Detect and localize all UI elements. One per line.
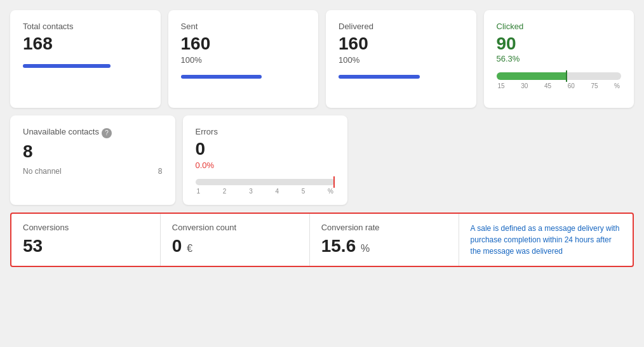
conversion-count-unit: € xyxy=(187,243,192,254)
delivered-percent: 100% xyxy=(339,55,464,65)
conversion-count-cell: Conversion count 0 € xyxy=(161,214,310,266)
spacer xyxy=(355,115,634,205)
delivered-value: 160 xyxy=(339,34,464,54)
conversion-info-before: A sale is defined as a message delivery … xyxy=(471,224,620,244)
top-row: Total contacts 168 Sent 160 100% Deliver… xyxy=(10,10,634,108)
errors-percent: 0.0% xyxy=(196,160,335,170)
conversion-rate-cell: Conversion rate 15.6 % xyxy=(310,214,459,266)
errors-label-4: 4 xyxy=(275,188,279,195)
conversion-rate-value: 15.6 % xyxy=(321,236,447,256)
errors-value: 0 xyxy=(196,139,335,159)
conversions-label: Conversions xyxy=(23,223,149,232)
clicked-bar-label-60: 60 xyxy=(568,82,575,89)
conversion-count-value: 0 € xyxy=(172,236,298,256)
second-row: Unavailable contacts ? 8 No channel 8 Er… xyxy=(10,115,634,205)
sent-label: Sent xyxy=(181,22,306,31)
sent-percent: 100% xyxy=(181,55,306,65)
clicked-bar-label-45: 45 xyxy=(544,82,551,89)
conversions-cell: Conversions 53 xyxy=(11,214,161,266)
dashboard: Total contacts 168 Sent 160 100% Deliver… xyxy=(10,10,634,267)
clicked-bar-chart: 15 30 45 60 75 % xyxy=(497,72,622,98)
clicked-card: Clicked 90 56.3% 15 30 45 60 75 % xyxy=(484,10,634,108)
conversion-info-link[interactable]: the message was delivered xyxy=(471,247,563,256)
clicked-label: Clicked xyxy=(497,22,622,31)
sent-bar xyxy=(181,75,306,79)
errors-label-pct: % xyxy=(328,188,333,195)
clicked-percent: 56.3% xyxy=(497,54,622,63)
conversion-rate-number: 15.6 xyxy=(321,236,356,256)
delivered-card: Delivered 160 100% xyxy=(326,10,476,108)
clicked-bar-label-15: 15 xyxy=(498,82,505,89)
clicked-bar-track xyxy=(497,72,622,80)
clicked-bar-green xyxy=(497,72,567,80)
errors-label-5: 5 xyxy=(302,188,305,195)
total-contacts-card: Total contacts 168 xyxy=(10,10,161,108)
clicked-bar-label-30: 30 xyxy=(521,82,528,89)
clicked-bar-marker xyxy=(566,70,567,82)
unavailable-label: Unavailable contacts xyxy=(23,127,99,136)
conversions-value: 53 xyxy=(23,236,149,256)
conversion-info-cell: A sale is defined as a message delivery … xyxy=(459,214,633,266)
clicked-bar-label-75: 75 xyxy=(591,82,598,89)
sent-value: 160 xyxy=(181,34,306,54)
delivered-bar xyxy=(339,75,464,79)
channel-label: No channel xyxy=(23,167,62,176)
conversion-rate-unit: % xyxy=(361,243,370,254)
unavailable-value: 8 xyxy=(23,141,163,162)
unavailable-label-row: Unavailable contacts ? xyxy=(23,127,163,139)
delivered-label: Delivered xyxy=(339,22,464,31)
errors-label-1: 1 xyxy=(197,188,201,195)
total-contacts-bar xyxy=(23,64,148,68)
total-contacts-label: Total contacts xyxy=(23,22,148,31)
channel-value: 8 xyxy=(158,167,163,176)
unavailable-card: Unavailable contacts ? 8 No channel 8 xyxy=(10,115,175,205)
conversion-rate-label: Conversion rate xyxy=(321,223,447,232)
conversion-info-text: A sale is defined as a message delivery … xyxy=(471,223,621,257)
errors-track xyxy=(196,179,335,185)
errors-label: Errors xyxy=(196,127,335,136)
conversions-row: Conversions 53 Conversion count 0 € Conv… xyxy=(10,213,634,267)
errors-label-2: 2 xyxy=(223,188,227,195)
clicked-value: 90 xyxy=(497,34,622,54)
help-icon[interactable]: ? xyxy=(102,128,112,138)
conversion-count-label: Conversion count xyxy=(172,223,298,232)
channel-row: No channel 8 xyxy=(23,167,163,176)
sent-card: Sent 160 100% xyxy=(168,10,319,108)
errors-marker xyxy=(333,176,335,188)
total-contacts-bar-fill xyxy=(23,64,111,68)
conversion-count-number: 0 xyxy=(172,236,182,256)
sent-bar-fill xyxy=(181,75,262,79)
clicked-bar-label-pct: % xyxy=(614,82,620,89)
errors-bar-chart: 1 2 3 4 5 % xyxy=(196,179,335,195)
clicked-bar-labels: 15 30 45 60 75 % xyxy=(497,82,622,89)
delivered-bar-fill xyxy=(339,75,420,79)
total-contacts-value: 168 xyxy=(23,34,148,54)
errors-bar-labels: 1 2 3 4 5 % xyxy=(196,188,335,195)
errors-label-3: 3 xyxy=(249,188,253,195)
errors-card: Errors 0 0.0% 1 2 3 4 5 % xyxy=(183,115,348,205)
